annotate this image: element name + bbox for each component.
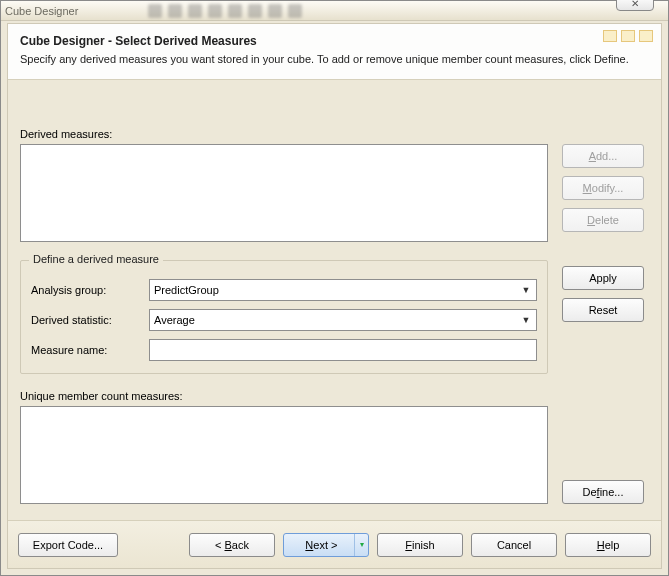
window-close-button[interactable]: ✕ <box>616 0 654 11</box>
wizard-content: Derived measures: Add... Modify... Delet… <box>8 96 661 520</box>
header-mini-buttons <box>603 30 653 42</box>
wizard-page: Cube Designer - Select Derived Measures … <box>7 23 662 569</box>
analysis-group-value: PredictGroup <box>154 284 219 296</box>
modify-button[interactable]: Modify... <box>562 176 644 200</box>
delete-button[interactable]: Delete <box>562 208 644 232</box>
measure-name-input[interactable] <box>154 340 532 360</box>
define-button[interactable]: Define... <box>562 480 644 504</box>
wizard-header: Cube Designer - Select Derived Measures … <box>8 24 661 80</box>
reset-button[interactable]: Reset <box>562 298 644 322</box>
page-title: Cube Designer - Select Derived Measures <box>20 34 649 48</box>
page-description: Specify any derived measures you want st… <box>20 52 649 67</box>
wizard-footer: Export Code... < Back Next > ▾ Finish Ca… <box>8 520 661 568</box>
measure-name-field-wrap <box>149 339 537 361</box>
add-button[interactable]: Add... <box>562 144 644 168</box>
back-button[interactable]: < Back <box>189 533 275 557</box>
derived-statistic-value: Average <box>154 314 195 326</box>
chevron-down-icon: ▼ <box>518 312 534 328</box>
measure-name-label: Measure name: <box>31 344 149 356</box>
window-title: Cube Designer <box>5 5 78 17</box>
unique-measures-label: Unique member count measures: <box>20 390 649 402</box>
analysis-group-label: Analysis group: <box>31 284 149 296</box>
mini-box-3 <box>639 30 653 42</box>
define-measure-group: Define a derived measure Analysis group:… <box>20 260 548 374</box>
analysis-group-combo[interactable]: PredictGroup ▼ <box>149 279 537 301</box>
derived-measures-label: Derived measures: <box>20 128 649 140</box>
chevron-down-icon: ▼ <box>518 282 534 298</box>
export-code-button[interactable]: Export Code... <box>18 533 118 557</box>
unique-measures-list[interactable] <box>20 406 548 504</box>
derived-statistic-combo[interactable]: Average ▼ <box>149 309 537 331</box>
cube-designer-window: Cube Designer ✕ Cube Designer - Select D… <box>0 0 669 576</box>
help-button[interactable]: Help <box>565 533 651 557</box>
next-button[interactable]: Next > <box>283 533 369 557</box>
apply-button[interactable]: Apply <box>562 266 644 290</box>
derived-measures-list[interactable] <box>20 144 548 242</box>
define-measure-legend: Define a derived measure <box>29 253 163 265</box>
cancel-button[interactable]: Cancel <box>471 533 557 557</box>
close-icon: ✕ <box>631 0 639 9</box>
mini-box-2 <box>621 30 635 42</box>
title-bar: Cube Designer ✕ <box>1 1 668 21</box>
derived-statistic-label: Derived statistic: <box>31 314 149 326</box>
mini-box-1 <box>603 30 617 42</box>
toolbar-blur <box>148 4 302 18</box>
finish-button[interactable]: Finish <box>377 533 463 557</box>
